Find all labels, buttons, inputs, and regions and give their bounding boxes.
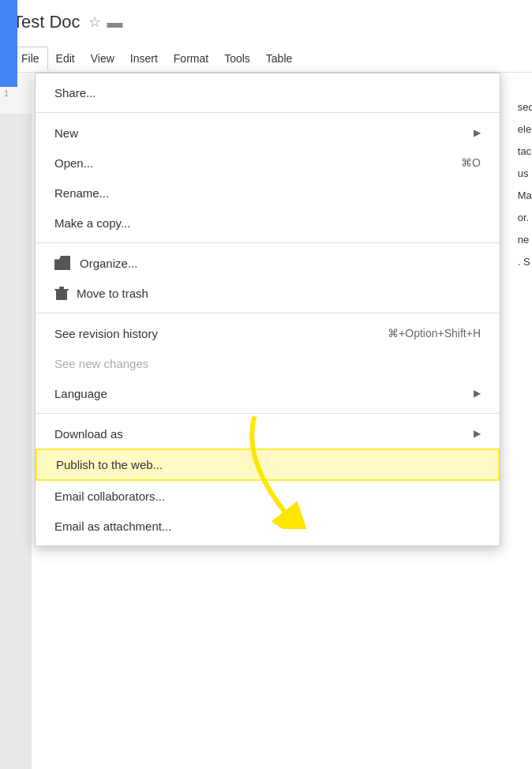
dropdown-item-share[interactable]: Share...: [36, 78, 500, 107]
dropdown-item-email-collaborators[interactable]: Email collaborators...: [36, 481, 500, 511]
dropdown-item-new-label: New: [54, 126, 78, 140]
dropdown-item-move-trash-label: Move to trash: [77, 287, 148, 300]
folder-icon: [54, 256, 70, 270]
doc-title: Test Doc: [13, 12, 81, 32]
dropdown-item-rename-label: Rename...: [54, 186, 109, 200]
trash-icon: [54, 286, 67, 300]
dropdown-item-new-changes-label: See new changes: [54, 357, 148, 370]
dropdown-item-open-label: Open...: [54, 156, 93, 170]
dropdown-item-download[interactable]: Download as ▶: [36, 418, 500, 448]
dropdown-section-file-ops: New ▶ Open... ⌘O Rename... Make a copy..…: [36, 113, 500, 243]
dropdown-item-email-collaborators-label: Email collaborators...: [54, 490, 165, 503]
dropdown-section-share: Share...: [36, 73, 500, 113]
dropdown-item-revision-label: See revision history: [54, 327, 158, 340]
menu-item-file[interactable]: File: [13, 47, 48, 70]
menu-item-insert[interactable]: Insert: [122, 47, 166, 69]
chevron-right-icon-language: ▶: [474, 388, 481, 399]
dropdown-section-publish: Download as ▶ Publish to the web... Emai…: [36, 414, 500, 546]
dropdown-item-revision-history[interactable]: See revision history ⌘+Option+Shift+H: [36, 318, 500, 348]
menu-item-format[interactable]: Format: [166, 47, 216, 69]
dropdown-item-make-copy-label: Make a copy...: [54, 216, 130, 230]
dropdown-item-move-trash[interactable]: Move to trash: [36, 278, 500, 308]
dropdown-section-organize: Organize... Move to trash: [36, 243, 500, 313]
dropdown-item-revision-shortcut: ⌘+Option+Shift+H: [388, 327, 481, 339]
dropdown-item-email-attachment-label: Email as attachment...: [54, 520, 171, 533]
dropdown-item-organize-label: Organize...: [80, 257, 137, 270]
dropdown-item-publish-label: Publish to the web...: [56, 458, 163, 471]
dropdown-item-download-label: Download as: [54, 427, 123, 441]
partial-text: sec ele tac us Ma or. ne . S: [518, 96, 532, 273]
dropdown-item-organize[interactable]: Organize...: [36, 248, 500, 278]
dropdown-item-open-shortcut: ⌘O: [461, 156, 481, 169]
chevron-right-icon: ▶: [474, 127, 481, 138]
dropdown-item-open[interactable]: Open... ⌘O: [36, 148, 500, 178]
menu-item-view[interactable]: View: [83, 47, 122, 69]
star-icon[interactable]: ☆: [88, 13, 101, 31]
dropdown-item-publish[interactable]: Publish to the web...: [36, 448, 500, 481]
menu-item-tools[interactable]: Tools: [216, 47, 258, 69]
menu-bar: File Edit View Insert Format Tools Table: [0, 44, 532, 73]
dropdown-item-email-attachment[interactable]: Email as attachment...: [36, 511, 500, 541]
dropdown-item-rename[interactable]: Rename...: [36, 178, 500, 208]
dropdown-section-revision: See revision history ⌘+Option+Shift+H Se…: [36, 313, 500, 414]
line-number-1: 1: [4, 88, 28, 98]
folder-icon[interactable]: ▬: [107, 13, 123, 32]
svg-rect-1: [59, 287, 64, 289]
menu-item-edit[interactable]: Edit: [48, 47, 83, 69]
chevron-right-icon-download: ▶: [474, 428, 481, 439]
dropdown-item-make-copy[interactable]: Make a copy...: [36, 208, 500, 238]
dropdown-item-new[interactable]: New ▶: [36, 118, 500, 148]
svg-rect-0: [56, 289, 67, 300]
title-bar: Test Doc ☆ ▬: [0, 0, 532, 44]
svg-rect-2: [54, 289, 69, 291]
dropdown-item-language[interactable]: Language ▶: [36, 378, 500, 408]
blue-sidebar: [0, 0, 17, 87]
menu-item-table[interactable]: Table: [258, 47, 300, 69]
file-dropdown: Share... New ▶ Open... ⌘O Rename... Make…: [35, 73, 500, 546]
dropdown-item-new-changes: See new changes: [36, 348, 500, 378]
dropdown-item-language-label: Language: [54, 387, 107, 400]
